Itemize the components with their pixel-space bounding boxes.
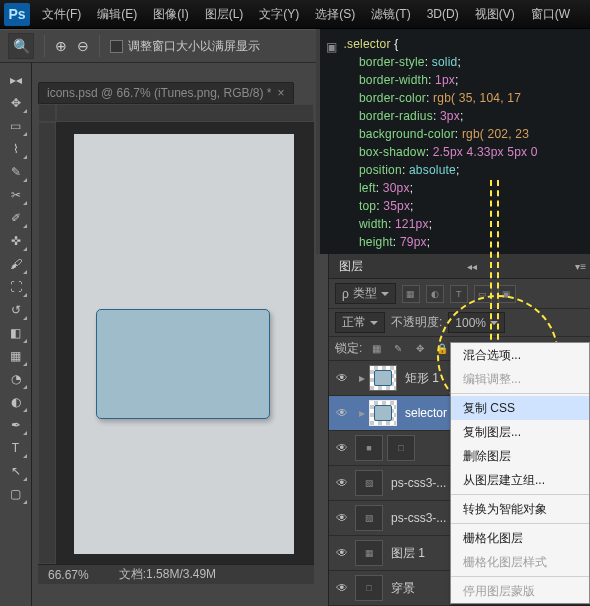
menu-layer[interactable]: 图层(L) bbox=[197, 0, 252, 29]
ruler-vertical[interactable] bbox=[38, 122, 56, 564]
menu-copy-css[interactable]: 复制 CSS bbox=[451, 396, 589, 420]
zoom-in-icon[interactable]: ⊕ bbox=[55, 38, 67, 54]
stamp-tool[interactable]: ⛶ bbox=[4, 276, 28, 298]
menu-view[interactable]: 视图(V) bbox=[467, 0, 523, 29]
menu-type[interactable]: 文字(Y) bbox=[251, 0, 307, 29]
layer-name: 矩形 1 bbox=[405, 370, 439, 387]
separator bbox=[451, 523, 589, 524]
brush-tool[interactable]: 🖌 bbox=[4, 253, 28, 275]
panel-menu-icon[interactable]: ▾≡ bbox=[571, 261, 590, 272]
path-select-tool[interactable]: ↖ bbox=[4, 460, 28, 482]
blur-tool[interactable]: ◔ bbox=[4, 368, 28, 390]
visibility-icon[interactable]: 👁 bbox=[329, 581, 355, 595]
ruler-horizontal[interactable] bbox=[56, 104, 314, 122]
layer-thumb[interactable]: ▦ bbox=[355, 540, 383, 566]
opacity-label: 不透明度: bbox=[391, 314, 442, 331]
layer-thumb[interactable]: ■ bbox=[355, 435, 383, 461]
menu-disable-mask: 停用图层蒙版 bbox=[451, 579, 589, 603]
ps-logo: Ps bbox=[4, 3, 30, 26]
layer-name: ps-css3-... bbox=[391, 511, 446, 525]
move-tool[interactable]: ✥ bbox=[4, 92, 28, 114]
lock-transparent-icon[interactable]: ▦ bbox=[368, 341, 384, 357]
dodge-tool[interactable]: ◐ bbox=[4, 391, 28, 413]
gradient-tool[interactable]: ▦ bbox=[4, 345, 28, 367]
menu-convert-smart[interactable]: 转换为智能对象 bbox=[451, 497, 589, 521]
checkbox-icon bbox=[110, 40, 123, 53]
menu-window[interactable]: 窗口(W bbox=[523, 0, 578, 29]
doc-size: 文档:1.58M/3.49M bbox=[119, 566, 216, 583]
handle-icon[interactable]: ▸◂ bbox=[4, 69, 28, 91]
canvas-area: 66.67% 文档:1.58M/3.49M bbox=[38, 104, 314, 584]
separator bbox=[451, 494, 589, 495]
context-menu: 混合选项... 编辑调整... 复制 CSS 复制图层... 删除图层 从图层建… bbox=[450, 342, 590, 604]
type-tool[interactable]: T bbox=[4, 437, 28, 459]
separator bbox=[451, 393, 589, 394]
visibility-icon[interactable]: 👁 bbox=[329, 441, 355, 455]
layer-name: 图层 1 bbox=[391, 545, 425, 562]
rect-tool[interactable]: ▢ bbox=[4, 483, 28, 505]
current-tool-icon[interactable]: 🔍 bbox=[8, 33, 34, 59]
layer-name: ps-css3-... bbox=[391, 476, 446, 490]
fit-window-checkbox[interactable]: 调整窗口大小以满屏显示 bbox=[110, 38, 260, 55]
visibility-icon[interactable]: 👁 bbox=[329, 371, 355, 385]
menu-edit[interactable]: 编辑(E) bbox=[89, 0, 145, 29]
layer-thumb[interactable]: ▧ bbox=[355, 505, 383, 531]
menu-rasterize-style: 栅格化图层样式 bbox=[451, 550, 589, 574]
blend-mode-dropdown[interactable]: 正常 bbox=[335, 312, 385, 333]
layer-thumb[interactable]: ▧ bbox=[355, 470, 383, 496]
filter-type-icon[interactable]: T bbox=[450, 285, 468, 303]
menu-select[interactable]: 选择(S) bbox=[307, 0, 363, 29]
visibility-icon[interactable]: 👁 bbox=[329, 476, 355, 490]
annotation-line bbox=[490, 180, 492, 350]
visibility-icon[interactable]: 👁 bbox=[329, 406, 355, 420]
zoom-out-icon[interactable]: ⊖ bbox=[77, 38, 89, 54]
menu-image[interactable]: 图像(I) bbox=[145, 0, 196, 29]
zoom-level[interactable]: 66.67% bbox=[48, 568, 89, 582]
css-output-panel: ▣ .selector { border-style: solid; borde… bbox=[316, 29, 590, 254]
marquee-tool[interactable]: ▭ bbox=[4, 115, 28, 137]
pen-tool[interactable]: ✒ bbox=[4, 414, 28, 436]
layer-thumb[interactable] bbox=[369, 400, 397, 426]
lasso-tool[interactable]: ⌇ bbox=[4, 138, 28, 160]
menu-3d[interactable]: 3D(D) bbox=[419, 0, 467, 29]
heal-tool[interactable]: ✜ bbox=[4, 230, 28, 252]
canvas[interactable] bbox=[74, 134, 294, 554]
layer-thumb[interactable] bbox=[369, 365, 397, 391]
menu-rasterize-layer[interactable]: 栅格化图层 bbox=[451, 526, 589, 550]
filter-type-dropdown[interactable]: ρ 类型 bbox=[335, 283, 396, 304]
eraser-tool[interactable]: ◧ bbox=[4, 322, 28, 344]
layers-tab[interactable]: 图层 bbox=[329, 258, 373, 275]
annotation-line bbox=[497, 180, 499, 350]
filter-pixel-icon[interactable]: ▦ bbox=[402, 285, 420, 303]
menu-blend-options[interactable]: 混合选项... bbox=[451, 343, 589, 367]
lock-all-icon[interactable]: 🔒 bbox=[434, 341, 450, 357]
filter-adjust-icon[interactable]: ◐ bbox=[426, 285, 444, 303]
layer-thumb[interactable]: □ bbox=[355, 575, 383, 601]
fit-window-label: 调整窗口大小以满屏显示 bbox=[128, 38, 260, 55]
expand-icon[interactable]: ▸ bbox=[355, 406, 369, 420]
collapse-icon[interactable]: ◂◂ bbox=[463, 261, 481, 272]
layer-filter-row: ρ 类型 ▦ ◐ T ▭ ▣ bbox=[329, 279, 590, 309]
close-icon[interactable]: × bbox=[278, 86, 285, 100]
expand-icon[interactable]: ▸ bbox=[355, 371, 369, 385]
lock-position-icon[interactable]: ✥ bbox=[412, 341, 428, 357]
visibility-icon[interactable]: 👁 bbox=[329, 511, 355, 525]
menu-filter[interactable]: 滤镜(T) bbox=[363, 0, 418, 29]
layer-mask-thumb[interactable]: □ bbox=[387, 435, 415, 461]
document-tab[interactable]: icons.psd @ 66.7% (iTunes.png, RGB/8) * … bbox=[38, 82, 294, 104]
shape-rectangle[interactable] bbox=[96, 309, 270, 419]
crop-tool[interactable]: ✂ bbox=[4, 184, 28, 206]
eyedropper-tool[interactable]: ✐ bbox=[4, 207, 28, 229]
history-brush-tool[interactable]: ↺ bbox=[4, 299, 28, 321]
visibility-icon[interactable]: 👁 bbox=[329, 546, 355, 560]
menu-group-from-layers[interactable]: 从图层建立组... bbox=[451, 468, 589, 492]
lock-pixels-icon[interactable]: ✎ bbox=[390, 341, 406, 357]
filter-smart-icon[interactable]: ▣ bbox=[498, 285, 516, 303]
menubar: Ps 文件(F) 编辑(E) 图像(I) 图层(L) 文字(Y) 选择(S) 滤… bbox=[0, 0, 590, 29]
collapse-icon[interactable]: ▣ bbox=[326, 39, 336, 49]
menu-delete-layer[interactable]: 删除图层 bbox=[451, 444, 589, 468]
panel-header: 图层 ◂◂ ▾≡ bbox=[329, 254, 590, 279]
menu-duplicate-layer[interactable]: 复制图层... bbox=[451, 420, 589, 444]
quick-select-tool[interactable]: ✎ bbox=[4, 161, 28, 183]
menu-file[interactable]: 文件(F) bbox=[34, 0, 89, 29]
